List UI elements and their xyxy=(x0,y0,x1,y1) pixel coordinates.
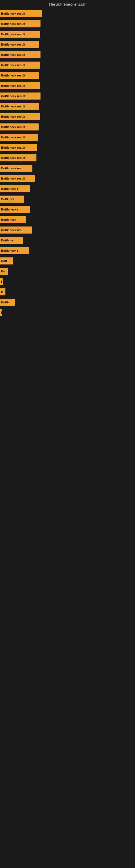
bottleneck-bar: Bottleneck result xyxy=(0,20,41,27)
bottleneck-bar: B xyxy=(0,288,5,296)
bottleneck-bar: Bottleneck r xyxy=(0,185,30,192)
bottleneck-bar: Bottleneck result xyxy=(0,51,41,58)
bar-label: Bottleneck res xyxy=(1,166,21,170)
bottleneck-bar: Bottleneck r xyxy=(0,247,29,254)
bottleneck-bar: Bottleneck result xyxy=(0,175,35,182)
bar-row: | xyxy=(0,308,135,317)
bar-label: Bottleneck xyxy=(1,218,16,221)
bar-row: Bottleneck result xyxy=(0,29,135,39)
bottleneck-bar: Bottleneck result xyxy=(0,123,39,130)
bar-label: Bottleneck result xyxy=(1,43,25,46)
bar-row: Bottleneck result xyxy=(0,9,135,19)
bar-row: Bo xyxy=(0,267,135,276)
bottleneck-bar: Bottlenec xyxy=(0,195,24,203)
bar-row: Bott xyxy=(0,256,135,266)
bottleneck-bar: Bottleneck result xyxy=(0,10,42,17)
bar-label: Bottleneck r xyxy=(1,187,18,190)
bar-row: Bottleneck result xyxy=(0,91,135,101)
bar-row: Bottleneck result xyxy=(0,153,135,163)
bottleneck-bar: Bottleneck r xyxy=(0,206,30,213)
bottleneck-bar: Bottleneck res xyxy=(0,165,32,172)
bar-label: Bottleneck result xyxy=(1,146,25,149)
bar-label: Bottleneck res xyxy=(1,228,21,231)
bottleneck-bar: Bottleneck result xyxy=(0,93,41,99)
bottleneck-bar: Bottleneck result xyxy=(0,72,39,79)
bar-label: Bottleneck result xyxy=(1,33,25,36)
bar-row: Bottleneck res xyxy=(0,163,135,173)
bar-row: Bottleneck result xyxy=(0,50,135,60)
bar-row: Bottlenec xyxy=(0,194,135,204)
bar-label: Bottle xyxy=(1,301,9,304)
bar-row: Bottleneck result xyxy=(0,19,135,29)
bar-label: Bottleneck result xyxy=(1,12,25,15)
bar-label: Bottleneck result xyxy=(1,74,25,77)
bar-row: Bottleneck result xyxy=(0,143,135,152)
bar-label: Bo xyxy=(1,270,5,273)
bottleneck-bar: | xyxy=(0,309,2,316)
bar-row: Bottleneck result xyxy=(0,60,135,70)
bar-row: Bottleneck result xyxy=(0,174,135,183)
bar-row: Bottleneck r xyxy=(0,184,135,194)
bar-label: Bott xyxy=(1,259,7,262)
bar-label: Bottlenec xyxy=(1,197,14,201)
bottleneck-bar: Bottleneck result xyxy=(0,103,39,110)
bar-label: Bottleneck result xyxy=(1,156,25,159)
bar-row: Bottleneck result xyxy=(0,122,135,132)
bottleneck-bar: | xyxy=(0,278,3,285)
bar-label: Bottleneck result xyxy=(1,105,25,108)
bar-row: Bottlene xyxy=(0,236,135,245)
bar-label: B xyxy=(1,290,3,293)
bottleneck-bar: Bottleneck xyxy=(0,216,26,223)
bottleneck-bar: Bottleneck result xyxy=(0,41,39,48)
bar-row: B xyxy=(0,287,135,297)
bar-label: Bottleneck r xyxy=(1,249,18,252)
bar-label: Bottleneck result xyxy=(1,84,25,87)
bar-label: | xyxy=(1,280,2,283)
bar-label: Bottleneck result xyxy=(1,63,25,67)
bar-label: Bottleneck result xyxy=(1,135,25,139)
bar-row: Bottleneck res xyxy=(0,225,135,235)
bar-label: Bottleneck result xyxy=(1,94,25,98)
bar-row: Bottleneck result xyxy=(0,40,135,50)
bottleneck-bar: Bottleneck res xyxy=(0,226,32,234)
bottleneck-bar: Bottleneck result xyxy=(0,134,38,141)
bar-label: Bottleneck r xyxy=(1,208,18,211)
bottleneck-bar: Bottleneck result xyxy=(0,62,40,69)
bar-label: | xyxy=(1,311,2,314)
bottleneck-bar: Bottleneck result xyxy=(0,144,37,151)
site-title: TheBottlenecker.com xyxy=(0,0,135,8)
bar-label: Bottleneck result xyxy=(1,125,25,129)
bar-label: Bottleneck result xyxy=(1,177,25,180)
bar-row: Bottleneck xyxy=(0,215,135,225)
bar-row: Bottleneck result xyxy=(0,70,135,80)
bottleneck-bar: Bottlene xyxy=(0,237,23,244)
bottleneck-bar: Bottleneck result xyxy=(0,82,40,89)
bottleneck-bar: Bottleneck result xyxy=(0,31,40,38)
bar-row: Bottleneck result xyxy=(0,132,135,142)
bar-row: Bottle xyxy=(0,297,135,307)
bar-row: Bottleneck result xyxy=(0,112,135,122)
bar-row: Bottleneck r xyxy=(0,246,135,255)
bar-label: Bottleneck result xyxy=(1,22,25,26)
bar-label: Bottlene xyxy=(1,239,13,242)
bar-label: Bottleneck result xyxy=(1,115,25,118)
bars-container: Bottleneck resultBottleneck resultBottle… xyxy=(0,8,135,319)
bar-row: Bottleneck result xyxy=(0,101,135,111)
bottleneck-bar: Bottleneck result xyxy=(0,113,40,120)
bar-row: | xyxy=(0,277,135,286)
bottleneck-bar: Bottleneck result xyxy=(0,154,37,161)
bottleneck-bar: Bottle xyxy=(0,299,15,306)
bar-row: Bottleneck result xyxy=(0,81,135,91)
bar-label: Bottleneck result xyxy=(1,53,25,56)
bottleneck-bar: Bott xyxy=(0,257,13,265)
bottleneck-bar: Bo xyxy=(0,268,8,275)
bar-row: Bottleneck r xyxy=(0,205,135,214)
